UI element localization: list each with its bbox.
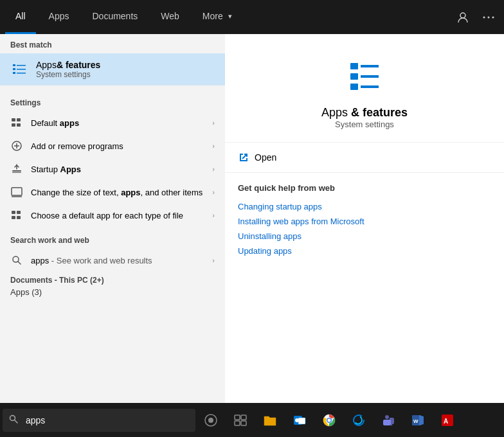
apps-count-item[interactable]: Apps (3): [10, 285, 215, 299]
quick-help-link-2[interactable]: Installing web apps from Microsoft: [238, 214, 491, 229]
documents-header: Documents - This PC (2+): [10, 276, 215, 285]
word-icon[interactable]: W: [404, 406, 432, 434]
settings-item-default-apps[interactable]: Default apps ›: [0, 111, 225, 134]
svg-rect-13: [17, 123, 21, 127]
search-web-section: Search work and web apps - See work and …: [0, 229, 225, 272]
open-button[interactable]: Open: [225, 143, 504, 173]
file-explorer-icon[interactable]: [256, 406, 284, 434]
svg-point-1: [483, 16, 485, 18]
svg-rect-11: [17, 118, 21, 121]
teams-icon[interactable]: [374, 406, 402, 434]
svg-point-0: [460, 13, 465, 18]
startup-label: Startup Apps: [31, 165, 204, 174]
svg-rect-42: [298, 418, 305, 424]
person-icon[interactable]: [453, 7, 473, 28]
settings-item-default-file-app[interactable]: Choose a default app for each type of fi…: [0, 204, 225, 227]
svg-rect-48: [383, 420, 391, 425]
quick-help-header: Get quick help from web: [238, 183, 491, 193]
app-icon-large: [342, 53, 387, 98]
search-web-text: apps - See work and web results: [31, 256, 204, 265]
svg-point-47: [385, 415, 389, 419]
settings-item-text-size[interactable]: Change the size of text, apps, and other…: [0, 181, 225, 204]
open-icon: [238, 152, 249, 163]
left-panel: Best match Apps& features System setting…: [0, 34, 225, 437]
svg-point-36: [208, 418, 213, 423]
default-apps-label: Default apps: [31, 118, 204, 128]
chrome-icon[interactable]: [315, 406, 343, 434]
chevron-right-icon-4: ›: [212, 188, 215, 196]
acrobat-icon[interactable]: A: [433, 406, 462, 434]
text-size-icon: [10, 186, 23, 199]
svg-rect-6: [13, 68, 15, 70]
taskbar-search-wrap: [3, 409, 195, 432]
svg-line-26: [18, 262, 21, 264]
startup-icon: [10, 163, 23, 175]
svg-point-33: [10, 416, 15, 421]
taskbar: W A: [0, 403, 504, 437]
svg-rect-19: [12, 188, 22, 195]
settings-section: Settings Default apps ›: [0, 85, 225, 227]
nav-tab-more[interactable]: More ▾: [192, 0, 242, 34]
top-nav: All Apps Documents Web More ▾: [0, 0, 504, 34]
svg-line-34: [15, 420, 17, 423]
default-apps-icon: [10, 116, 23, 129]
nav-tab-all[interactable]: All: [5, 0, 36, 34]
svg-rect-22: [17, 211, 21, 214]
quick-help-link-3[interactable]: Uninstalling apps: [238, 229, 491, 244]
svg-rect-31: [350, 84, 358, 90]
chevron-down-icon: ▾: [228, 12, 232, 21]
ellipsis-icon[interactable]: [478, 7, 499, 28]
add-remove-label: Add or remove programs: [31, 141, 204, 151]
add-remove-icon: [10, 139, 23, 152]
svg-rect-27: [350, 63, 358, 69]
apps-features-icon: [10, 60, 28, 78]
documents-section: Documents - This PC (2+) Apps (3): [0, 272, 225, 301]
taskbar-search-input[interactable]: [3, 409, 195, 432]
text-size-label: Change the size of text, apps, and other…: [31, 188, 204, 197]
svg-rect-32: [361, 85, 379, 88]
taskbar-search-icon: [9, 415, 18, 425]
chevron-right-icon-6: ›: [212, 256, 215, 264]
quick-help-section: Get quick help from web Changing startup…: [225, 173, 504, 269]
quick-help-link-4[interactable]: Updating apps: [238, 244, 491, 258]
search-web-item[interactable]: apps - See work and web results ›: [0, 249, 225, 272]
svg-rect-10: [12, 118, 15, 121]
svg-rect-29: [350, 73, 358, 80]
svg-rect-4: [13, 64, 15, 66]
svg-rect-9: [17, 73, 26, 74]
nav-tab-apps[interactable]: Apps: [39, 0, 80, 34]
svg-rect-28: [361, 65, 379, 67]
svg-rect-24: [17, 216, 21, 219]
best-match-item[interactable]: Apps& features System settings: [0, 53, 225, 85]
quick-help-link-1[interactable]: Changing startup apps: [238, 199, 491, 214]
default-file-app-label: Choose a default app for each type of fi…: [31, 211, 204, 220]
task-view-icon[interactable]: [226, 406, 255, 434]
best-match-header: Best match: [0, 34, 225, 53]
chevron-right-icon: ›: [212, 119, 215, 127]
svg-rect-12: [12, 123, 15, 127]
search-web-icon: [10, 254, 23, 267]
search-web-header: Search work and web: [0, 229, 225, 249]
nav-tab-documents[interactable]: Documents: [82, 0, 148, 34]
chevron-right-icon-3: ›: [212, 165, 215, 173]
cortana-icon[interactable]: [197, 406, 225, 434]
best-match-text: Apps& features System settings: [36, 60, 100, 79]
best-match-subtitle: System settings: [36, 70, 100, 79]
settings-item-add-remove[interactable]: Add or remove programs ›: [0, 134, 225, 157]
chevron-right-icon-5: ›: [212, 211, 215, 219]
svg-rect-40: [241, 421, 246, 425]
nav-tab-web[interactable]: Web: [150, 0, 190, 34]
edge-icon[interactable]: [345, 406, 373, 434]
svg-text:W: W: [413, 418, 419, 424]
main-area: Best match Apps& features System setting…: [0, 34, 504, 437]
settings-item-startup[interactable]: Startup Apps ›: [0, 157, 225, 181]
svg-rect-39: [235, 421, 240, 425]
svg-rect-38: [241, 415, 246, 420]
svg-rect-18: [12, 172, 21, 173]
right-top: Apps & features System settings: [225, 34, 504, 143]
svg-rect-17: [12, 170, 21, 172]
svg-rect-8: [13, 72, 15, 74]
outlook-icon[interactable]: [285, 406, 314, 434]
svg-point-43: [295, 418, 299, 422]
chevron-right-icon-2: ›: [212, 142, 215, 150]
